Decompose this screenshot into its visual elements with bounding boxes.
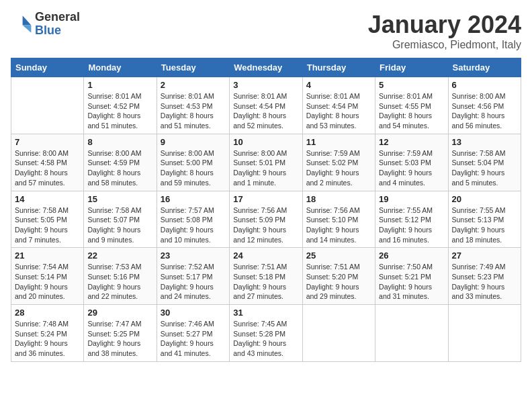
day-info: Sunrise: 8:00 AM Sunset: 5:01 PM Dayligh… — [233, 148, 298, 188]
calendar-body: 1Sunrise: 8:01 AM Sunset: 4:52 PM Daylig… — [11, 77, 521, 362]
day-info: Sunrise: 7:57 AM Sunset: 5:08 PM Dayligh… — [161, 205, 226, 245]
day-info: Sunrise: 7:58 AM Sunset: 5:05 PM Dayligh… — [15, 205, 80, 245]
day-cell: 13Sunrise: 7:58 AM Sunset: 5:04 PM Dayli… — [448, 134, 521, 191]
day-cell — [448, 305, 521, 362]
day-info: Sunrise: 7:50 AM Sunset: 5:21 PM Dayligh… — [379, 262, 444, 302]
header-row: Sunday Monday Tuesday Wednesday Thursday… — [11, 58, 521, 77]
day-cell: 6Sunrise: 8:00 AM Sunset: 4:56 PM Daylig… — [448, 77, 521, 134]
col-tuesday: Tuesday — [157, 58, 229, 77]
day-info: Sunrise: 7:47 AM Sunset: 5:25 PM Dayligh… — [87, 319, 152, 359]
header: General Blue January 2024 Gremiasco, Pie… — [11, 11, 521, 51]
day-info: Sunrise: 7:54 AM Sunset: 5:14 PM Dayligh… — [15, 262, 80, 302]
day-cell: 1Sunrise: 8:01 AM Sunset: 4:52 PM Daylig… — [84, 77, 157, 134]
day-info: Sunrise: 7:51 AM Sunset: 5:20 PM Dayligh… — [306, 262, 371, 302]
day-info: Sunrise: 8:00 AM Sunset: 4:59 PM Dayligh… — [87, 148, 152, 188]
col-wednesday: Wednesday — [230, 58, 302, 77]
day-number: 29 — [87, 308, 152, 318]
logo-blue: Blue — [35, 24, 80, 38]
day-number: 1 — [87, 80, 152, 90]
day-info: Sunrise: 8:00 AM Sunset: 5:00 PM Dayligh… — [161, 148, 226, 188]
day-number: 16 — [161, 194, 226, 204]
day-info: Sunrise: 7:49 AM Sunset: 5:23 PM Dayligh… — [452, 262, 517, 302]
day-number: 4 — [306, 80, 371, 90]
day-number: 22 — [87, 250, 152, 261]
week-row-1: 7Sunrise: 8:00 AM Sunset: 4:58 PM Daylig… — [11, 134, 521, 191]
location-subtitle: Gremiasco, Piedmont, Italy — [368, 39, 521, 51]
day-cell: 12Sunrise: 7:59 AM Sunset: 5:03 PM Dayli… — [375, 134, 448, 191]
col-monday: Monday — [84, 58, 157, 77]
day-number: 13 — [452, 137, 517, 147]
svg-marker-0 — [23, 15, 32, 25]
day-number: 19 — [379, 194, 444, 204]
day-number: 30 — [161, 308, 226, 318]
col-friday: Friday — [375, 58, 448, 77]
day-info: Sunrise: 7:56 AM Sunset: 5:09 PM Dayligh… — [233, 205, 298, 245]
day-cell: 18Sunrise: 7:56 AM Sunset: 5:10 PM Dayli… — [302, 191, 375, 248]
day-info: Sunrise: 7:55 AM Sunset: 5:12 PM Dayligh… — [379, 205, 444, 245]
calendar-table: Sunday Monday Tuesday Wednesday Thursday… — [11, 58, 521, 362]
day-info: Sunrise: 8:01 AM Sunset: 4:54 PM Dayligh… — [306, 91, 371, 131]
day-cell — [302, 305, 375, 362]
day-cell: 28Sunrise: 7:48 AM Sunset: 5:24 PM Dayli… — [11, 305, 84, 362]
day-cell: 24Sunrise: 7:51 AM Sunset: 5:18 PM Dayli… — [230, 248, 302, 305]
day-number: 21 — [15, 250, 80, 261]
day-cell: 23Sunrise: 7:52 AM Sunset: 5:17 PM Dayli… — [157, 248, 229, 305]
day-number: 9 — [161, 137, 226, 147]
week-row-2: 14Sunrise: 7:58 AM Sunset: 5:05 PM Dayli… — [11, 191, 521, 248]
day-cell: 9Sunrise: 8:00 AM Sunset: 5:00 PM Daylig… — [157, 134, 229, 191]
day-number: 17 — [233, 194, 298, 204]
day-cell: 5Sunrise: 8:01 AM Sunset: 4:55 PM Daylig… — [375, 77, 448, 134]
week-row-0: 1Sunrise: 8:01 AM Sunset: 4:52 PM Daylig… — [11, 77, 521, 134]
day-info: Sunrise: 7:53 AM Sunset: 5:16 PM Dayligh… — [87, 262, 152, 302]
month-title: January 2024 — [368, 11, 521, 39]
day-cell: 22Sunrise: 7:53 AM Sunset: 5:16 PM Dayli… — [84, 248, 157, 305]
day-cell: 17Sunrise: 7:56 AM Sunset: 5:09 PM Dayli… — [230, 191, 302, 248]
day-cell: 25Sunrise: 7:51 AM Sunset: 5:20 PM Dayli… — [302, 248, 375, 305]
day-info: Sunrise: 8:01 AM Sunset: 4:53 PM Dayligh… — [161, 91, 226, 131]
logo: General Blue — [11, 11, 80, 38]
day-number: 28 — [15, 308, 80, 318]
day-cell: 8Sunrise: 8:00 AM Sunset: 4:59 PM Daylig… — [84, 134, 157, 191]
day-number: 2 — [161, 80, 226, 90]
day-info: Sunrise: 8:01 AM Sunset: 4:54 PM Dayligh… — [233, 91, 298, 131]
day-number: 23 — [161, 250, 226, 261]
day-number: 31 — [233, 308, 298, 318]
day-cell: 15Sunrise: 7:58 AM Sunset: 5:07 PM Dayli… — [84, 191, 157, 248]
day-cell: 29Sunrise: 7:47 AM Sunset: 5:25 PM Dayli… — [84, 305, 157, 362]
day-number: 10 — [233, 137, 298, 147]
day-cell: 26Sunrise: 7:50 AM Sunset: 5:21 PM Dayli… — [375, 248, 448, 305]
logo-general: General — [35, 11, 80, 24]
col-sunday: Sunday — [11, 58, 84, 77]
day-info: Sunrise: 7:58 AM Sunset: 5:04 PM Dayligh… — [452, 148, 517, 188]
day-info: Sunrise: 8:01 AM Sunset: 4:52 PM Dayligh… — [87, 91, 152, 131]
day-cell: 31Sunrise: 7:45 AM Sunset: 5:28 PM Dayli… — [230, 305, 302, 362]
day-cell: 14Sunrise: 7:58 AM Sunset: 5:05 PM Dayli… — [11, 191, 84, 248]
col-thursday: Thursday — [302, 58, 375, 77]
week-row-3: 21Sunrise: 7:54 AM Sunset: 5:14 PM Dayli… — [11, 248, 521, 305]
logo-text: General Blue — [35, 11, 80, 38]
day-cell: 3Sunrise: 8:01 AM Sunset: 4:54 PM Daylig… — [230, 77, 302, 134]
day-number: 25 — [306, 250, 371, 261]
day-info: Sunrise: 7:55 AM Sunset: 5:13 PM Dayligh… — [452, 205, 517, 245]
day-cell — [11, 77, 84, 134]
day-number: 15 — [87, 194, 152, 204]
day-number: 27 — [452, 250, 517, 261]
day-cell: 20Sunrise: 7:55 AM Sunset: 5:13 PM Dayli… — [448, 191, 521, 248]
day-info: Sunrise: 7:51 AM Sunset: 5:18 PM Dayligh… — [233, 262, 298, 302]
day-info: Sunrise: 7:48 AM Sunset: 5:24 PM Dayligh… — [15, 319, 80, 359]
day-info: Sunrise: 8:01 AM Sunset: 4:55 PM Dayligh… — [379, 91, 444, 131]
day-info: Sunrise: 8:00 AM Sunset: 4:56 PM Dayligh… — [452, 91, 517, 131]
day-number: 20 — [452, 194, 517, 204]
day-cell: 4Sunrise: 8:01 AM Sunset: 4:54 PM Daylig… — [302, 77, 375, 134]
day-number: 12 — [379, 137, 444, 147]
col-saturday: Saturday — [448, 58, 521, 77]
day-number: 11 — [306, 137, 371, 147]
day-cell: 2Sunrise: 8:01 AM Sunset: 4:53 PM Daylig… — [157, 77, 229, 134]
day-cell: 30Sunrise: 7:46 AM Sunset: 5:27 PM Dayli… — [157, 305, 229, 362]
day-number: 24 — [233, 250, 298, 261]
day-number: 7 — [15, 137, 80, 147]
day-number: 6 — [452, 80, 517, 90]
day-info: Sunrise: 8:00 AM Sunset: 4:58 PM Dayligh… — [15, 148, 80, 188]
day-number: 14 — [15, 194, 80, 204]
day-number: 5 — [379, 80, 444, 90]
